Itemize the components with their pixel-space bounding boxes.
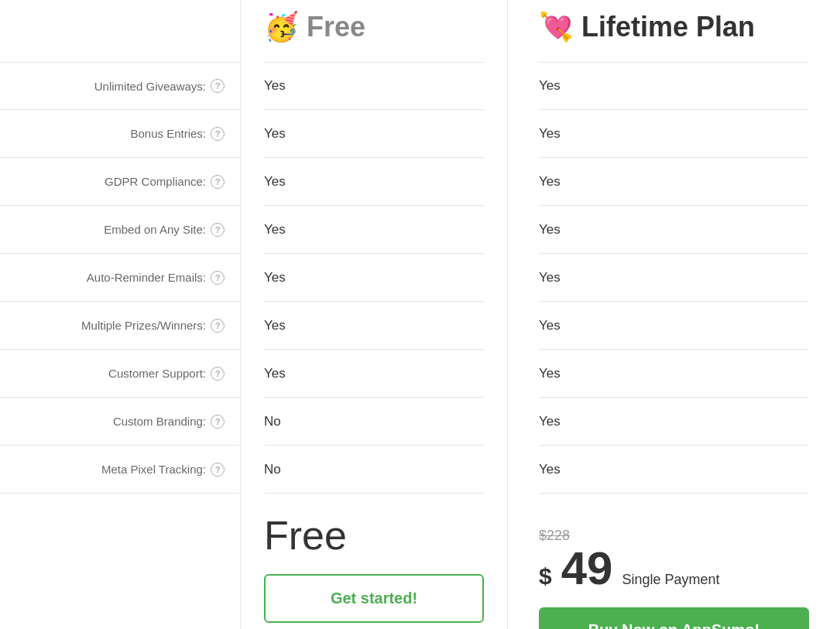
- free-value-row-1: Yes: [264, 110, 484, 158]
- lifetime-value-row-8: Yes: [539, 446, 809, 494]
- label-row-bonus-entries: Bonus Entries: ?: [0, 110, 240, 158]
- get-started-button[interactable]: Get started!: [264, 574, 484, 623]
- lifetime-value-7: Yes: [539, 414, 561, 429]
- label-text-meta-pixel-tracking: Meta Pixel Tracking:: [101, 463, 206, 476]
- label-row-auto-reminder-emails: Auto-Reminder Emails: ?: [0, 254, 240, 302]
- free-value-5: Yes: [264, 318, 286, 333]
- free-value-7: No: [264, 414, 281, 429]
- label-text-customer-support: Customer Support:: [108, 367, 206, 380]
- label-text-bonus-entries: Bonus Entries:: [130, 127, 206, 140]
- free-value-row-0: Yes: [264, 62, 484, 110]
- lifetime-value-1: Yes: [539, 126, 561, 142]
- free-value-4: Yes: [264, 270, 286, 285]
- lifetime-value-row-2: Yes: [539, 158, 809, 206]
- lifetime-value-5: Yes: [539, 318, 561, 333]
- lifetime-value-0: Yes: [539, 78, 561, 94]
- free-value-8: No: [264, 462, 281, 477]
- lifetime-plan-column: 💘 Lifetime Plan YesYesYesYesYesYesYesYes…: [507, 0, 840, 629]
- free-plan-header: 🥳 Free: [264, 0, 484, 62]
- help-icon-multiple-prizes-winners[interactable]: ?: [211, 319, 225, 333]
- lifetime-value-row-0: Yes: [539, 62, 809, 110]
- help-icon-embed-on-any-site[interactable]: ?: [211, 223, 225, 237]
- lifetime-plan-title: Lifetime Plan: [581, 11, 755, 43]
- label-row-embed-on-any-site: Embed on Any Site: ?: [0, 206, 240, 254]
- label-row-customer-support: Customer Support: ?: [0, 350, 240, 398]
- label-text-embed-on-any-site: Embed on Any Site:: [104, 223, 206, 236]
- label-text-auto-reminder-emails: Auto-Reminder Emails:: [87, 271, 206, 284]
- label-row-multiple-prizes-winners: Multiple Prizes/Winners: ?: [0, 302, 240, 350]
- free-value-0: Yes: [264, 78, 286, 94]
- help-icon-unlimited-giveaways[interactable]: ?: [211, 79, 225, 93]
- label-text-multiple-prizes-winners: Multiple Prizes/Winners:: [81, 319, 206, 332]
- free-value-row-2: Yes: [264, 158, 484, 206]
- labels-column: Unlimited Giveaways: ? Bonus Entries: ? …: [0, 0, 240, 629]
- free-value-row-3: Yes: [264, 206, 484, 254]
- free-value-row-7: No: [264, 398, 484, 446]
- label-text-unlimited-giveaways: Unlimited Giveaways:: [94, 80, 206, 93]
- help-icon-customer-support[interactable]: ?: [211, 367, 225, 381]
- free-value-1: Yes: [264, 126, 286, 142]
- free-value-2: Yes: [264, 174, 286, 190]
- lifetime-value-3: Yes: [539, 222, 561, 238]
- free-value-3: Yes: [264, 222, 286, 238]
- pricing-table: Unlimited Giveaways: ? Bonus Entries: ? …: [0, 0, 840, 629]
- lifetime-plan-header: 💘 Lifetime Plan: [539, 0, 809, 62]
- label-row-unlimited-giveaways: Unlimited Giveaways: ?: [0, 62, 240, 110]
- free-price-section: Free Get started!: [264, 494, 484, 623]
- lifetime-price-section: $228 $ 49 Single Payment Buy Now on AppS…: [539, 494, 809, 629]
- lifetime-value-6: Yes: [539, 366, 561, 381]
- free-plan-column: 🥳 Free YesYesYesYesYesYesYesNoNo Free Ge…: [240, 0, 507, 629]
- free-value-row-6: Yes: [264, 350, 484, 398]
- free-plan-emoji: 🥳: [264, 11, 299, 43]
- help-icon-bonus-entries[interactable]: ?: [211, 127, 225, 141]
- label-text-custom-branding: Custom Branding:: [113, 415, 206, 428]
- lifetime-value-row-3: Yes: [539, 206, 809, 254]
- label-row-meta-pixel-tracking: Meta Pixel Tracking: ?: [0, 446, 240, 494]
- price-amount: 49: [561, 545, 613, 592]
- free-value-row-8: No: [264, 446, 484, 494]
- help-icon-custom-branding[interactable]: ?: [211, 415, 225, 429]
- label-text-gdpr-compliance: GDPR Compliance:: [105, 175, 206, 188]
- free-value-row-5: Yes: [264, 302, 484, 350]
- free-plan-title: Free: [307, 11, 365, 43]
- lifetime-value-row-6: Yes: [539, 350, 809, 398]
- buy-now-button[interactable]: Buy Now on AppSumo!: [539, 607, 809, 629]
- lifetime-value-row-5: Yes: [539, 302, 809, 350]
- help-icon-meta-pixel-tracking[interactable]: ?: [211, 463, 225, 477]
- price-note: Single Payment: [622, 572, 719, 588]
- label-row-custom-branding: Custom Branding: ?: [0, 398, 240, 446]
- lifetime-value-8: Yes: [539, 462, 561, 477]
- original-price: $228: [539, 512, 809, 544]
- lifetime-value-row-1: Yes: [539, 110, 809, 158]
- lifetime-value-row-4: Yes: [539, 254, 809, 302]
- lifetime-plan-emoji: 💘: [539, 11, 574, 43]
- free-value-row-4: Yes: [264, 254, 484, 302]
- free-price: Free: [264, 512, 484, 559]
- lifetime-price-row: $ 49 Single Payment: [539, 545, 809, 592]
- lifetime-value-row-7: Yes: [539, 398, 809, 446]
- help-icon-auto-reminder-emails[interactable]: ?: [211, 271, 225, 285]
- help-icon-gdpr-compliance[interactable]: ?: [211, 175, 225, 189]
- price-dollar-sign: $: [539, 563, 552, 590]
- free-value-6: Yes: [264, 366, 286, 381]
- lifetime-value-2: Yes: [539, 174, 561, 190]
- lifetime-value-4: Yes: [539, 270, 561, 285]
- label-row-gdpr-compliance: GDPR Compliance: ?: [0, 158, 240, 206]
